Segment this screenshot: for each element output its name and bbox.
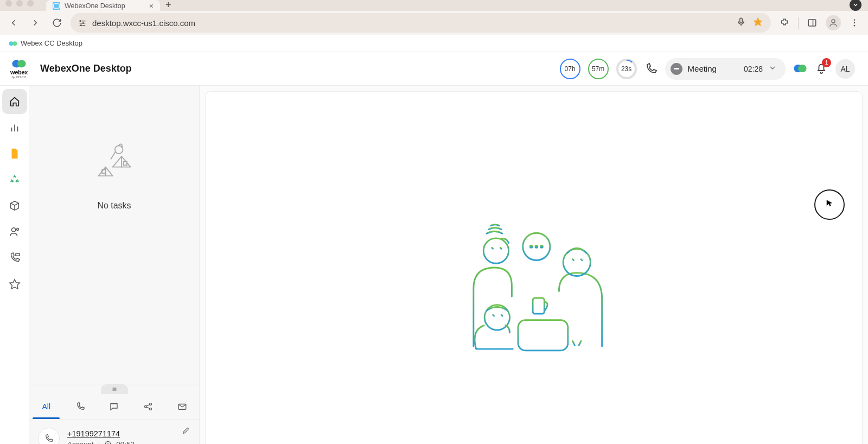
svg-point-15 — [854, 19, 856, 21]
nav-voicemail[interactable] — [2, 245, 27, 270]
browser-tab-active[interactable]: WebexOne Desktop × — [46, 0, 160, 11]
bookmarks-bar: Webex CC Desktop — [0, 35, 868, 52]
side-panel-icon[interactable] — [804, 15, 820, 31]
notifications-button[interactable]: 1 — [815, 61, 828, 77]
panel-drag-handle[interactable] — [101, 384, 128, 394]
tabs-dropdown-button[interactable] — [850, 0, 861, 11]
webex-logo-icon — [11, 59, 27, 69]
landing-card — [205, 91, 863, 444]
svg-point-1 — [80, 21, 81, 22]
reload-button[interactable] — [49, 15, 65, 31]
mic-icon[interactable] — [736, 17, 746, 29]
empty-illustration-icon — [92, 140, 137, 185]
svg-rect-62 — [533, 298, 544, 314]
tab-title: WebexOne Desktop — [65, 2, 125, 10]
nav-home[interactable] — [2, 89, 27, 114]
edit-icon[interactable] — [182, 426, 190, 437]
clock-icon — [104, 440, 112, 444]
svg-rect-12 — [808, 20, 816, 26]
forward-button[interactable] — [27, 15, 43, 31]
status-label: Meeting — [688, 64, 717, 73]
browser-chrome: WebexOne Desktop × + desktop.wxcc-us1.ci… — [0, 0, 868, 35]
bookmark-webex-cc[interactable]: Webex CC Desktop — [5, 37, 86, 49]
history-list: +19199271174 Account | 00:53 — [29, 419, 199, 444]
nav-rail — [0, 86, 29, 444]
svg-rect-58 — [518, 320, 568, 351]
dial-button[interactable] — [644, 62, 658, 75]
window-close-dot[interactable] — [5, 0, 12, 7]
webex-switcher-icon[interactable] — [793, 64, 807, 74]
timer-minutes[interactable]: 57m — [588, 59, 609, 79]
nav-document[interactable] — [2, 141, 27, 166]
nav-favorites[interactable] — [2, 271, 27, 296]
history-tab-social[interactable] — [131, 394, 165, 419]
kebab-menu-icon[interactable] — [846, 15, 863, 31]
svg-point-23 — [798, 64, 807, 72]
agent-status-selector[interactable]: Meeting 02:28 — [665, 58, 786, 80]
address-bar[interactable]: desktop.wxcc-us1.cisco.com — [71, 13, 771, 33]
extensions-icon[interactable] — [776, 15, 793, 31]
user-avatar[interactable]: AL — [835, 59, 855, 79]
svg-marker-31 — [9, 280, 19, 289]
history-section: All — [29, 384, 199, 444]
browser-toolbar: desktop.wxcc-us1.cisco.com — [0, 11, 868, 35]
svg-point-16 — [854, 22, 856, 24]
history-tab-calls[interactable] — [63, 394, 98, 419]
svg-point-17 — [854, 25, 856, 27]
nav-recycle[interactable] — [2, 167, 27, 192]
history-phone-number[interactable]: +19199271174 — [67, 429, 150, 438]
new-tab-button[interactable]: + — [160, 0, 177, 11]
tab-close-icon[interactable]: × — [149, 2, 154, 10]
main-content — [200, 86, 868, 444]
svg-point-6 — [80, 25, 81, 26]
timer-hours[interactable]: 07h — [560, 59, 580, 79]
window-max-dot[interactable] — [27, 0, 34, 7]
svg-rect-30 — [15, 253, 19, 256]
nav-analytics[interactable] — [2, 115, 27, 140]
timer-seconds[interactable]: 23s — [616, 59, 637, 79]
svg-line-46 — [146, 404, 150, 406]
history-tabs: All — [29, 394, 199, 419]
history-tab-all[interactable]: All — [29, 394, 63, 419]
app-header: webex by CISCO WebexOne Desktop 07h 57m … — [0, 52, 868, 86]
nav-person[interactable] — [2, 219, 27, 244]
history-tab-email[interactable] — [165, 394, 199, 419]
bookmark-favicon-icon — [9, 40, 17, 47]
svg-point-21 — [17, 60, 25, 67]
svg-rect-9 — [740, 18, 743, 23]
svg-point-3 — [82, 23, 84, 24]
notification-badge: 1 — [822, 58, 831, 67]
svg-line-47 — [146, 407, 150, 409]
history-type-label: Account — [67, 440, 94, 445]
url-text: desktop.wxcc-us1.cisco.com — [92, 18, 195, 28]
svg-rect-0 — [54, 4, 60, 8]
app-logo: webex by CISCO — [5, 59, 33, 79]
tab-strip: WebexOne Desktop × + — [0, 0, 868, 11]
task-panel: No tasks All — [29, 86, 200, 444]
nav-package[interactable] — [2, 193, 27, 218]
cursor-pointer-icon — [825, 199, 834, 211]
site-settings-icon[interactable] — [78, 18, 87, 27]
svg-point-28 — [11, 228, 15, 232]
svg-point-29 — [16, 229, 18, 231]
bookmark-label: Webex CC Desktop — [21, 39, 82, 47]
call-type-icon — [38, 428, 60, 444]
empty-tasks-state: No tasks — [29, 86, 199, 232]
status-time: 02:28 — [744, 65, 763, 73]
svg-point-19 — [12, 41, 17, 46]
landing-illustration-icon — [455, 220, 612, 361]
logo-text: webex — [10, 69, 28, 75]
bookmark-star-icon[interactable] — [752, 16, 763, 29]
history-item[interactable]: +19199271174 Account | 00:53 — [29, 419, 199, 444]
empty-tasks-text: No tasks — [97, 201, 131, 211]
back-button[interactable] — [5, 15, 22, 31]
svg-point-54 — [535, 245, 538, 248]
floating-action-button[interactable] — [814, 189, 845, 220]
svg-line-39 — [111, 152, 115, 159]
chevron-down-icon — [768, 64, 777, 74]
history-tab-chat[interactable] — [97, 394, 131, 419]
profile-avatar-icon[interactable] — [826, 15, 841, 30]
window-min-dot[interactable] — [16, 0, 23, 7]
status-dnd-icon — [671, 63, 682, 75]
logo-subtext: by CISCO — [11, 75, 26, 79]
